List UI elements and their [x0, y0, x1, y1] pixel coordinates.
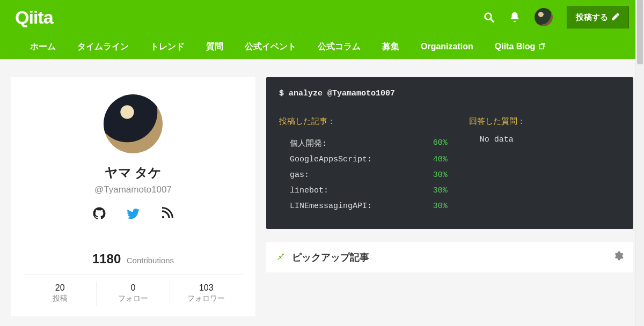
terminal-tag-row: gas: 30% — [279, 167, 448, 183]
header-top-row: Qiita 投稿する — [15, 0, 629, 34]
terminal-articles-heading: 投稿した記事： — [279, 116, 448, 127]
svg-rect-2 — [539, 45, 544, 49]
svg-point-3 — [162, 216, 164, 218]
terminal-tag-pct: 30% — [433, 202, 448, 211]
pin-icon — [276, 251, 286, 263]
stat-followers[interactable]: 103 フォロワー — [170, 281, 243, 306]
terminal-command: $ analyze @Tyamamoto1007 — [279, 89, 620, 98]
svg-point-0 — [485, 13, 492, 20]
terminal-tag-row: linebot: 30% — [279, 183, 448, 198]
nav-column[interactable]: 公式コラム — [318, 41, 361, 53]
terminal-tag-row: GoogleAppsScript: 40% — [279, 152, 448, 167]
stat-followers-label: フォロワー — [170, 294, 243, 303]
nav-organization[interactable]: Organization — [421, 42, 473, 51]
pickup-heading: ピックアップ記事 — [276, 251, 369, 264]
bell-icon[interactable] — [509, 11, 521, 23]
nav-recruit[interactable]: 募集 — [382, 41, 399, 53]
header-right-controls: 投稿する — [483, 6, 629, 28]
scrollbar-thumb[interactable] — [637, 0, 643, 64]
profile-display-name: ヤマ タケ — [24, 164, 243, 181]
nav-qiita-blog[interactable]: Qiita Blog — [495, 42, 546, 51]
nav-trend[interactable]: トレンド — [150, 41, 185, 53]
terminal-tag-name: LINEmessagingAPI: — [290, 202, 372, 211]
rss-icon[interactable] — [160, 207, 173, 224]
profile-card: ヤマ タケ @Tyamamoto1007 1180 Contributions … — [11, 77, 255, 316]
terminal-tag-pct: 40% — [433, 155, 448, 164]
terminal-tag-name: linebot: — [290, 186, 328, 195]
terminal-articles-col: 投稿した記事： 個人開発: 60% GoogleAppsScript: 40% … — [279, 116, 448, 214]
terminal-tag-pct: 30% — [433, 186, 448, 195]
terminal-tag-pct: 30% — [433, 171, 448, 180]
scrollbar[interactable] — [635, 0, 644, 326]
nav-qiita-blog-label: Qiita Blog — [495, 42, 536, 51]
external-link-icon — [538, 42, 546, 51]
contributions-label: Contributions — [127, 256, 174, 265]
pickup-panel: ピックアップ記事 — [266, 242, 633, 272]
analyze-terminal: $ analyze @Tyamamoto1007 投稿した記事： 個人開発: 6… — [266, 77, 633, 229]
profile-divider — [24, 274, 243, 275]
stat-follow-label: フォロー — [97, 294, 169, 303]
stat-posts[interactable]: 20 投稿 — [24, 281, 96, 306]
post-button-label: 投稿する — [576, 12, 608, 23]
header-nav: ホーム タイムライン トレンド 質問 公式イベント 公式コラム 募集 Organ… — [15, 34, 629, 59]
page-content: ヤマ タケ @Tyamamoto1007 1180 Contributions … — [0, 59, 644, 316]
terminal-no-data: No data — [469, 135, 620, 144]
stat-follow[interactable]: 0 フォロー — [96, 281, 169, 306]
stat-follow-value: 0 — [97, 283, 169, 293]
terminal-columns: 投稿した記事： 個人開発: 60% GoogleAppsScript: 40% … — [279, 116, 620, 214]
header-avatar[interactable] — [535, 8, 553, 26]
contributions-value: 1180 — [92, 251, 121, 266]
twitter-icon[interactable] — [126, 207, 140, 224]
post-button[interactable]: 投稿する — [567, 6, 629, 28]
nav-event[interactable]: 公式イベント — [245, 41, 296, 53]
site-logo[interactable]: Qiita — [15, 7, 53, 28]
terminal-tag-row: 個人開発: 60% — [279, 135, 448, 152]
profile-avatar[interactable] — [104, 94, 163, 153]
terminal-answers-col: 回答した質問： No data — [469, 116, 620, 214]
terminal-tag-name: GoogleAppsScript: — [290, 155, 372, 164]
search-icon[interactable] — [483, 11, 495, 23]
pickup-title: ピックアップ記事 — [292, 251, 369, 264]
stat-posts-label: 投稿 — [24, 294, 96, 303]
contributions-row: 1180 Contributions — [24, 251, 243, 266]
terminal-tag-name: gas: — [290, 171, 309, 180]
stat-followers-value: 103 — [170, 283, 243, 293]
profile-social-row — [24, 207, 243, 224]
terminal-answers-heading: 回答した質問： — [469, 116, 620, 127]
profile-stats: 20 投稿 0 フォロー 103 フォロワー — [24, 281, 243, 306]
terminal-tag-pct: 60% — [433, 138, 448, 149]
profile-handle: @Tyamamoto1007 — [24, 184, 243, 195]
right-column: $ analyze @Tyamamoto1007 投稿した記事： 個人開発: 6… — [266, 77, 633, 316]
svg-line-1 — [491, 19, 494, 22]
site-header: Qiita 投稿する ホーム タイムライン トレンド 質問 公式イベント 公式コ… — [0, 0, 644, 59]
terminal-tag-name: 個人開発: — [290, 138, 327, 149]
github-icon[interactable] — [93, 207, 106, 224]
stat-posts-value: 20 — [24, 283, 96, 293]
terminal-tag-row: LINEmessagingAPI: 30% — [279, 198, 448, 214]
gear-icon[interactable] — [613, 250, 624, 264]
nav-timeline[interactable]: タイムライン — [77, 41, 129, 53]
compose-icon — [611, 12, 620, 23]
nav-home[interactable]: ホーム — [30, 41, 56, 53]
nav-question[interactable]: 質問 — [206, 41, 223, 53]
